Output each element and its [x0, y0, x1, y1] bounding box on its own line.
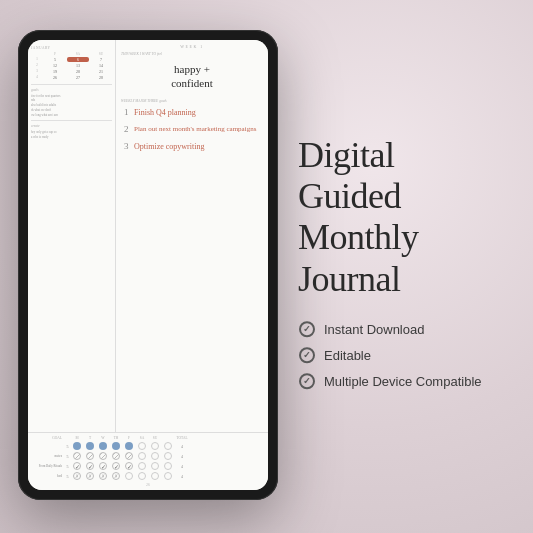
feature-multi-device: Multiple Device Compatible: [298, 372, 513, 390]
tracker-cell-empty: [138, 462, 146, 470]
tracker-cell-empty: [151, 452, 159, 460]
tracker-cell-empty: [164, 442, 172, 450]
tracker-cell-hatch: [125, 452, 133, 460]
cal-day: 21: [90, 69, 112, 74]
tracker-cell-empty: [138, 442, 146, 450]
tracker-cell-check: ✓: [99, 462, 107, 470]
check-icon-2: [298, 346, 316, 364]
cal-day: 19: [44, 69, 66, 74]
tracker-total-1: 4: [175, 444, 189, 449]
tracker-cell-hatch: [99, 452, 107, 460]
week-num-3: 3: [31, 69, 43, 74]
tracker-habit-3: From Daily Rituals: [32, 464, 64, 468]
checkmark-circle-3: [299, 373, 315, 389]
svg-line-9: [113, 452, 119, 460]
tracker-header-t: T: [84, 436, 96, 440]
tracker-cell-filled: [125, 442, 133, 450]
habit-tracker: GOAL M T W TH F SA SU TOTAL: [28, 432, 268, 490]
tracker-cell-check: ✓: [125, 462, 133, 470]
feature-label-3: Multiple Device Compatible: [324, 374, 482, 389]
tracker-count-3a: 5: [65, 464, 70, 469]
tracker-cell-hatch: [86, 452, 94, 460]
goal-item-2: 2 Plan out next month's marketing campai…: [124, 125, 260, 135]
tracker-habit-2: nutes: [32, 454, 64, 458]
goal-item-1: 1 Finish Q4 planning: [124, 108, 260, 118]
create-notes: hey only get a cup so a who is ready: [31, 130, 112, 140]
week-num-2: 2: [31, 63, 43, 68]
checkmark-circle-2: [299, 347, 315, 363]
left-notes: itve for the next quarters nds also buil…: [31, 94, 112, 118]
feature-instant-download: Instant Download: [298, 320, 513, 338]
svg-line-6: [100, 452, 106, 460]
tracker-header-th: TH: [110, 436, 122, 440]
tracker-header-w: W: [97, 436, 109, 440]
tracker-habit-4: bed: [32, 474, 64, 478]
cal-header-sa: SA: [67, 52, 89, 56]
tracker-total-4: 4: [175, 474, 189, 479]
cal-day: 26: [44, 75, 66, 80]
goals-section-label: goals: [31, 88, 112, 92]
feature-editable: Editable: [298, 346, 513, 364]
feel-prompt: THIS WEEK I WANT TO feel: [121, 52, 263, 56]
tracker-cell-check: ✓: [112, 462, 120, 470]
week-num-1: 1: [31, 57, 43, 62]
journal-right-panel: WEEK 1 THIS WEEK I WANT TO feel happy +c…: [116, 40, 268, 432]
title-line-1: Digital: [298, 135, 394, 175]
svg-line-0: [74, 452, 80, 460]
tracker-cell-empty: [125, 472, 133, 480]
feature-label-1: Instant Download: [324, 322, 424, 337]
tracker-count-1a: 5: [65, 444, 70, 449]
tracker-cell-empty: [164, 452, 172, 460]
week-num-4: 4: [31, 75, 43, 80]
feel-text: happy +confident: [171, 62, 213, 91]
cal-day: 13: [67, 63, 89, 68]
tracker-row-4: bed 5 ✗ ✗ ✗ ✗ 4: [32, 472, 264, 480]
tracker-cell-check: ✓: [73, 462, 81, 470]
tracker-cell-empty: [164, 472, 172, 480]
tablet-screen: JANUARY F SA SU 1 5: [28, 40, 268, 490]
create-section-label: create: [31, 124, 112, 128]
tracker-cell-x: ✗: [86, 472, 94, 480]
main-container: JANUARY F SA SU 1 5: [0, 0, 533, 533]
check-icon-3: [298, 372, 316, 390]
goal-item-3: 3 Optimize copywriting: [124, 142, 260, 152]
tracker-cell-filled: [99, 442, 107, 450]
tracker-cell-empty: [138, 452, 146, 460]
tablet-device: JANUARY F SA SU 1 5: [18, 30, 278, 500]
feature-label-2: Editable: [324, 348, 371, 363]
tracker-cell-filled: [112, 442, 120, 450]
cal-day: 12: [44, 63, 66, 68]
goals-area: 1 Finish Q4 planning 2 Plan out next mon…: [121, 105, 263, 428]
tracker-cell-x: ✗: [99, 472, 107, 480]
tracker-cell-filled: [86, 442, 94, 450]
cal-day: 20: [67, 69, 89, 74]
tracker-row-2: nutes 5: [32, 452, 264, 460]
title-line-4: Journal: [298, 259, 400, 299]
goal-text-3: Optimize copywriting: [134, 142, 204, 152]
page-number: 26: [32, 482, 264, 487]
tracker-cell-check: ✓: [86, 462, 94, 470]
goal-text-1: Finish Q4 planning: [134, 108, 196, 118]
tracker-cell-hatch: [73, 452, 81, 460]
cal-day-highlight: 6: [67, 57, 89, 62]
tracker-row-1: 5 4: [32, 442, 264, 450]
svg-line-12: [126, 452, 132, 460]
cal-day: 27: [67, 75, 89, 80]
journal-left-panel: JANUARY F SA SU 1 5: [28, 40, 116, 432]
tracker-count-4a: 5: [65, 474, 70, 479]
goal-num-2: 2: [124, 125, 131, 135]
tracker-count-2a: 5: [65, 454, 70, 459]
title-line-2: Guided: [298, 176, 401, 216]
text-panel: Digital Guided Monthly Journal Instant D…: [298, 135, 513, 399]
cal-header-su: SU: [90, 52, 112, 56]
tracker-cell-x: ✗: [73, 472, 81, 480]
tracker-cell-empty: [151, 472, 159, 480]
product-title: Digital Guided Monthly Journal: [298, 135, 513, 301]
checkmark-circle-1: [299, 321, 315, 337]
cal-header-f: F: [44, 52, 66, 56]
svg-line-3: [87, 452, 93, 460]
goals-label: WEEKLY MAJOR THREE goals: [121, 99, 263, 103]
tracker-total-3: 4: [175, 464, 189, 469]
check-icon-1: [298, 320, 316, 338]
tracker-total-2: 4: [175, 454, 189, 459]
